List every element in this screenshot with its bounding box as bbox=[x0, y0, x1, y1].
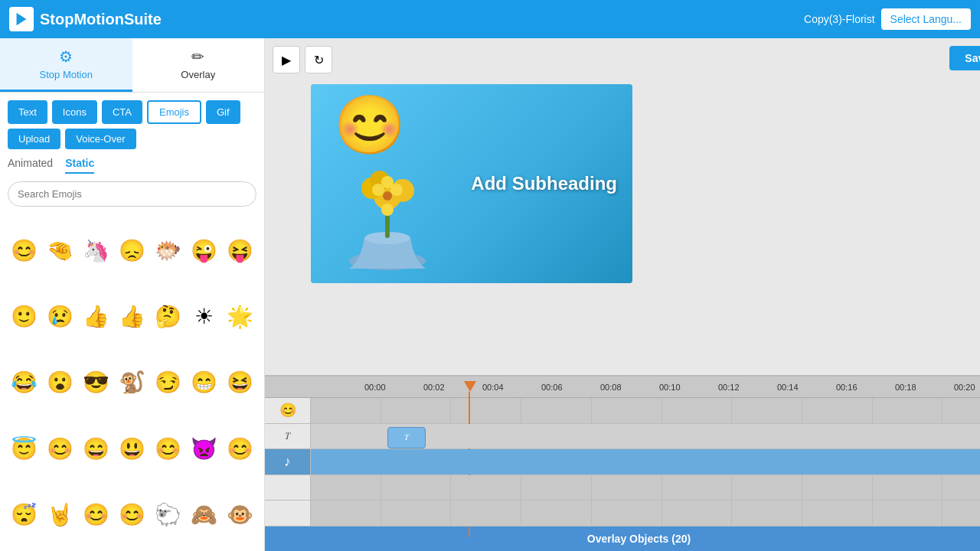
audio-track: ♪ bbox=[265, 449, 980, 475]
emoji-item-12[interactable]: ☀ bbox=[188, 285, 220, 347]
emoji-item-20[interactable]: 😆 bbox=[224, 351, 256, 414]
emoji-item-9[interactable]: 👍 bbox=[80, 285, 113, 347]
tool-selector: ⚙ Stop Motion ✏ Overlay bbox=[0, 38, 264, 93]
emoji-item-22[interactable]: 😊 bbox=[44, 417, 77, 480]
emoji-item-32[interactable]: 🐑 bbox=[152, 484, 185, 546]
emoji-item-10[interactable]: 👍 bbox=[116, 285, 149, 347]
timeline-tracks: 😊 𝑇 bbox=[265, 398, 980, 527]
left-panel: ⚙ Stop Motion ✏ Overlay Text Icons CTA E… bbox=[0, 38, 265, 551]
app-logo bbox=[9, 7, 34, 31]
emoji-item-23[interactable]: 😄 bbox=[80, 417, 113, 480]
search-bar bbox=[0, 174, 264, 214]
main-layout: ⚙ Stop Motion ✏ Overlay Text Icons CTA E… bbox=[0, 38, 980, 551]
emoji-item-28[interactable]: 😴 bbox=[8, 484, 41, 546]
time-marker-7: 00:14 bbox=[777, 383, 836, 392]
tab-text[interactable]: Text bbox=[8, 100, 47, 124]
extra-track-2-icon bbox=[265, 500, 311, 526]
emoji-item-34[interactable]: 🐵 bbox=[224, 484, 256, 546]
emoji-item-18[interactable]: 😏 bbox=[152, 351, 185, 414]
emoji-item-8[interactable]: 😢 bbox=[44, 285, 77, 347]
emoji-track-content bbox=[311, 398, 980, 423]
emoji-item-11[interactable]: 🤔 bbox=[152, 285, 185, 347]
sub-tabs: Animated Static bbox=[0, 149, 264, 174]
flower-pot-image bbox=[322, 139, 452, 276]
emoji-item-33[interactable]: 🙈 bbox=[188, 484, 220, 546]
svg-point-10 bbox=[372, 184, 384, 196]
tab-gif[interactable]: Gif bbox=[206, 100, 240, 124]
tab-cta[interactable]: CTA bbox=[102, 100, 142, 124]
time-marker-2: 00:04 bbox=[482, 383, 541, 392]
svg-point-9 bbox=[390, 184, 403, 196]
emoji-item-7[interactable]: 🙂 bbox=[8, 285, 41, 347]
time-marker-9: 00:18 bbox=[895, 383, 954, 392]
time-marker-5: 00:10 bbox=[659, 383, 718, 392]
timeline-playhead[interactable] bbox=[469, 381, 471, 390]
overlay-label: Overlay bbox=[181, 69, 215, 80]
emoji-item-0[interactable]: 😊 bbox=[8, 219, 41, 282]
audio-track-icon: ♪ bbox=[265, 449, 311, 474]
copy-florist-link[interactable]: Copy(3)-Florist bbox=[804, 13, 875, 25]
emoji-track-icon: 😊 bbox=[265, 398, 311, 423]
timeline-ruler: 00:00 00:02 00:04 00:06 00:08 00:10 00:1… bbox=[265, 377, 980, 398]
extra-track-2: 𝑇 bbox=[265, 500, 980, 527]
emoji-item-30[interactable]: 😊 bbox=[80, 484, 113, 546]
sub-tab-animated[interactable]: Animated bbox=[8, 157, 53, 174]
emoji-item-27[interactable]: 😊 bbox=[224, 417, 256, 480]
emoji-item-4[interactable]: 🐡 bbox=[152, 219, 185, 282]
emoji-item-14[interactable]: 😂 bbox=[8, 351, 41, 414]
emoji-item-24[interactable]: 😃 bbox=[116, 417, 149, 480]
extra-track-1: ⬛ bbox=[265, 475, 980, 501]
text-clip[interactable]: 𝑇 bbox=[387, 427, 426, 448]
app-title: StopMotionSuite bbox=[40, 11, 162, 28]
time-marker-8: 00:16 bbox=[836, 383, 895, 392]
timeline-area: 00:00 00:02 00:04 00:06 00:08 00:10 00:1… bbox=[265, 375, 980, 551]
preview-subheading: Add Subheading bbox=[471, 173, 617, 194]
time-marker-3: 00:06 bbox=[541, 383, 600, 392]
emoji-item-1[interactable]: 🤏 bbox=[44, 219, 77, 282]
play-button[interactable]: ▶ bbox=[273, 46, 300, 73]
emoji-item-21[interactable]: 😇 bbox=[8, 417, 41, 480]
save-button[interactable]: Save bbox=[949, 46, 980, 70]
tab-icons[interactable]: Icons bbox=[52, 100, 97, 124]
header-left: StopMotionSuite bbox=[9, 7, 162, 31]
emoji-item-17[interactable]: 🐒 bbox=[116, 351, 149, 414]
refresh-button[interactable]: ↻ bbox=[305, 46, 332, 73]
overlay-tool[interactable]: ✏ Overlay bbox=[132, 38, 265, 92]
emoji-item-3[interactable]: 😞 bbox=[116, 219, 149, 282]
right-panel: ▶ ↻ Save 😊 bbox=[265, 38, 980, 551]
extra-track-1-content bbox=[311, 475, 980, 500]
overlay-objects-bar: Overlay Objects (20) bbox=[265, 527, 980, 551]
emoji-item-19[interactable]: 😁 bbox=[188, 351, 220, 414]
emoji-item-26[interactable]: 👿 bbox=[188, 417, 220, 480]
tab-voice-over[interactable]: Voice-Over bbox=[65, 129, 136, 149]
stop-motion-icon: ⚙ bbox=[59, 47, 73, 66]
canvas-toolbar: ▶ ↻ bbox=[273, 46, 332, 73]
sub-tab-static[interactable]: Static bbox=[65, 157, 94, 174]
emoji-item-29[interactable]: 🤘 bbox=[44, 484, 77, 546]
emoji-item-31[interactable]: 😊 bbox=[116, 484, 149, 546]
stop-motion-tool[interactable]: ⚙ Stop Motion bbox=[0, 38, 132, 92]
text-track-content: 𝑇 bbox=[311, 424, 980, 449]
emoji-search-input[interactable] bbox=[8, 181, 256, 207]
time-marker-0: 00:00 bbox=[364, 383, 423, 392]
tab-bar: Text Icons CTA Emojis Gif Upload Voice-O… bbox=[0, 93, 264, 149]
tab-upload[interactable]: Upload bbox=[8, 129, 60, 149]
emoji-item-6[interactable]: 😝 bbox=[224, 219, 256, 282]
emoji-item-25[interactable]: 😊 bbox=[152, 417, 185, 480]
extra-track-1-icon bbox=[265, 475, 311, 500]
svg-marker-0 bbox=[17, 13, 27, 26]
text-track: 𝑇 𝑇 bbox=[265, 424, 980, 450]
emoji-item-5[interactable]: 😜 bbox=[188, 219, 220, 282]
emoji-item-16[interactable]: 😎 bbox=[80, 351, 113, 414]
select-language-button[interactable]: Select Langu... bbox=[881, 8, 971, 30]
emoji-item-13[interactable]: 🌟 bbox=[224, 285, 256, 347]
tab-emojis[interactable]: Emojis bbox=[147, 100, 201, 124]
emoji-item-15[interactable]: 😮 bbox=[44, 351, 77, 414]
emoji-item-2[interactable]: 🦄 bbox=[80, 219, 113, 282]
header-right: Copy(3)-Florist Select Langu... bbox=[804, 8, 971, 30]
overlay-objects-label: Overlay Objects (20) bbox=[587, 533, 691, 545]
stop-motion-label: Stop Motion bbox=[40, 69, 93, 80]
time-marker-4: 00:08 bbox=[600, 383, 659, 392]
app-header: StopMotionSuite Copy(3)-Florist Select L… bbox=[0, 0, 980, 38]
time-marker-6: 00:12 bbox=[718, 383, 777, 392]
